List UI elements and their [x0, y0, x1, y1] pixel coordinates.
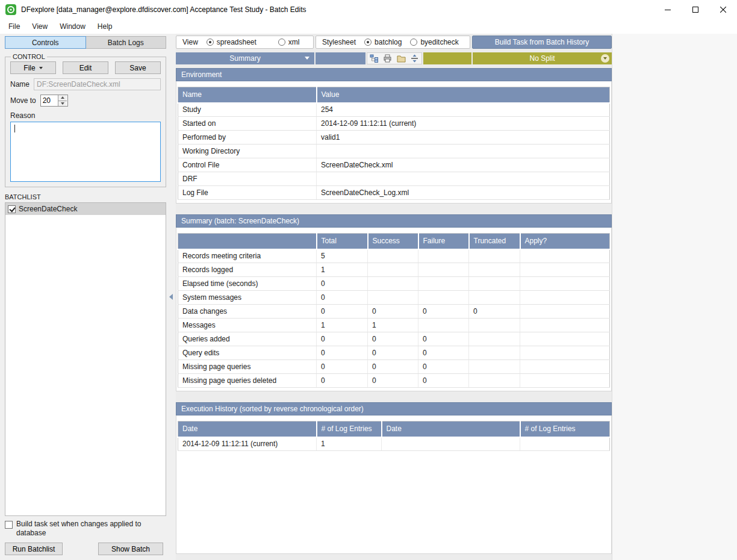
tab-controls-label: Controls [32, 39, 59, 47]
split-toggle-icon [601, 54, 609, 63]
radio-spreadsheet[interactable]: spreadsheet [207, 38, 257, 46]
table-cell: Query edits [178, 346, 317, 360]
view-toolbar: View spreadsheet xml Stylesheet [176, 36, 612, 49]
show-batch-button[interactable]: Show Batch [98, 543, 163, 555]
maximize-button[interactable] [682, 0, 709, 19]
table-cell: Records meeting criteria [178, 249, 317, 263]
menu-view[interactable]: View [26, 20, 54, 33]
show-batch-label: Show Batch [111, 545, 150, 553]
radio-spreadsheet-label: spreadsheet [217, 38, 257, 46]
save-button[interactable]: Save [115, 61, 161, 74]
print-icon[interactable] [381, 53, 394, 64]
spin-up-button[interactable] [58, 95, 67, 101]
table-cell: 0 [317, 305, 368, 319]
table-cell: Control File [178, 158, 317, 172]
batchlist: ScreenDateCheck [5, 202, 166, 516]
sidebar-tabs: Controls Batch Logs [5, 36, 166, 49]
execution-history-section-body: Date# of Log EntriesDate# of Log Entries… [176, 415, 612, 554]
table-cell [418, 249, 469, 263]
summary-dropdown-label: Summary [229, 54, 260, 63]
edit-button[interactable]: Edit [63, 61, 108, 74]
table-cell [520, 263, 610, 277]
folder-open-icon[interactable] [395, 53, 408, 64]
application-window: DFexplore [data_manager@explore.dfdiscov… [0, 0, 737, 560]
table-row: Working Directory [178, 145, 610, 158]
table-cell [520, 346, 610, 360]
tab-controls[interactable]: Controls [5, 36, 86, 49]
batchlist-item[interactable]: ScreenDateCheck [5, 203, 166, 215]
execution-history-table: Date# of Log EntriesDate# of Log Entries… [178, 421, 610, 451]
build-task-from-batch-history-button[interactable]: Build Task from Batch History [472, 36, 612, 49]
table-cell [520, 332, 610, 346]
table-row: Log FileScreenDateCheck_Log.xml [178, 186, 610, 200]
sidebar-collapse-handle[interactable] [166, 34, 176, 560]
table-row: Study254 [178, 103, 610, 117]
no-split-label: No Split [529, 54, 555, 63]
radio-batchlog[interactable]: batchlog [364, 38, 402, 46]
menu-window[interactable]: Window [54, 20, 92, 33]
window-title: DFexplore [data_manager@explore.dfdiscov… [21, 5, 306, 14]
column-header: Failure [418, 234, 469, 249]
radio-icon [278, 39, 285, 46]
save-button-label: Save [129, 64, 146, 72]
table-row: Performed byvalid1 [178, 131, 610, 145]
table-cell [520, 305, 610, 319]
execution-history-section-title: Execution History (sorted by reverse chr… [181, 405, 364, 413]
run-batchlist-button[interactable]: Run Batchlist [5, 543, 63, 555]
table-cell: 0 [368, 360, 418, 374]
move-to-input[interactable] [41, 95, 58, 106]
controls-sidebar: Controls Batch Logs CONTROL File Edit [0, 34, 166, 560]
table-cell [368, 277, 418, 291]
table-cell [368, 291, 418, 305]
menu-help[interactable]: Help [92, 20, 119, 33]
spin-down-button[interactable] [58, 101, 67, 107]
name-label: Name [10, 80, 30, 89]
execution-history-section: Execution History (sorted by reverse chr… [176, 402, 612, 554]
table-cell [368, 249, 418, 263]
environment-section-title: Environment [181, 70, 222, 79]
table-cell [418, 277, 469, 291]
radio-icon [207, 39, 214, 46]
minimize-icon [665, 7, 671, 13]
table-cell: 0 [418, 332, 469, 346]
batchlist-item-checkbox[interactable] [8, 205, 16, 213]
tab-batch-logs[interactable]: Batch Logs [86, 36, 167, 49]
build-task-checkbox[interactable] [5, 521, 13, 529]
reason-input[interactable] [10, 122, 161, 182]
summary-table: TotalSuccessFailureTruncatedApply?Record… [178, 233, 610, 388]
name-field[interactable] [34, 78, 161, 90]
menubar: File View Window Help [0, 19, 737, 34]
column-header: Date [382, 422, 520, 437]
table-cell: Log File [178, 186, 317, 200]
view-option-group: View spreadsheet xml [176, 36, 314, 49]
table-cell: Missing page queries [178, 360, 317, 374]
table-header-row: Date# of Log EntriesDate# of Log Entries [178, 422, 610, 437]
summary-section-header: Summary (batch: ScreenDateCheck) [176, 214, 612, 228]
minimize-button[interactable] [654, 0, 682, 19]
environment-table: NameValueStudy254Started on2014-12-09 11… [178, 87, 610, 200]
sidebar-bottom-buttons: Run Batchlist Show Batch [5, 543, 166, 555]
summary-dropdown[interactable]: Summary [176, 52, 314, 64]
menu-file[interactable]: File [2, 20, 26, 33]
reason-label: Reason [10, 111, 161, 120]
tree-view-icon[interactable] [368, 53, 381, 64]
table-cell: 1 [368, 319, 418, 332]
radio-xml[interactable]: xml [278, 38, 300, 46]
right-gutter [612, 34, 737, 560]
table-cell [469, 291, 520, 305]
spin-buttons [58, 95, 67, 106]
split-view-icon[interactable] [408, 53, 421, 64]
close-button[interactable] [709, 0, 737, 19]
no-split-dropdown[interactable]: No Split [473, 52, 612, 64]
radio-byeditcheck[interactable]: byeditcheck [410, 38, 458, 46]
batchlist-title: BATCHLIST [5, 193, 166, 201]
build-task-checkbox-row[interactable]: Build task set when changes applied to d… [5, 520, 166, 538]
chevron-left-icon [169, 294, 173, 300]
table-cell [520, 249, 610, 263]
table-row: Data changes0000 [178, 305, 610, 319]
table-row: Missing page queries000 [178, 360, 610, 374]
column-header: Date [178, 422, 317, 437]
file-dropdown-button[interactable]: File [10, 61, 56, 74]
table-cell: Working Directory [178, 145, 317, 158]
move-to-stepper[interactable] [40, 95, 68, 107]
